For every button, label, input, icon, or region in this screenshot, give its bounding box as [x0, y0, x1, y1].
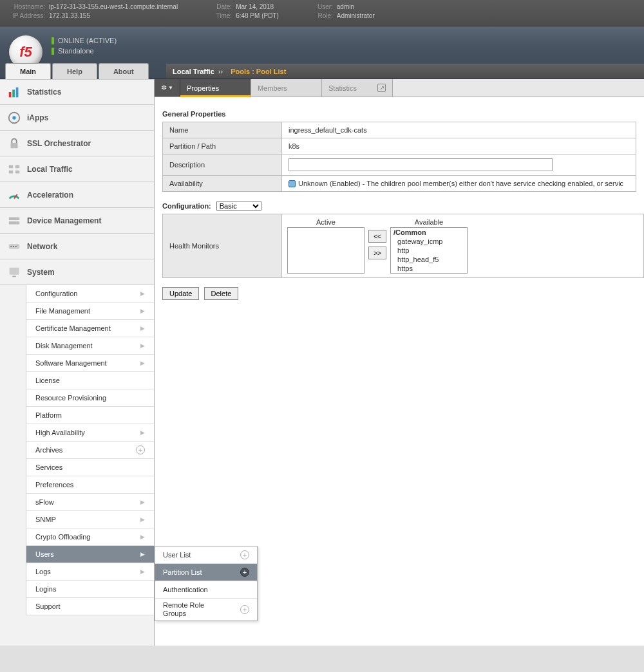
available-monitors-listbox[interactable]: /Common gateway_icmp http http_head_f5 h… [390, 227, 468, 274]
popout-icon[interactable]: ↗ [377, 84, 386, 92]
move-right-button[interactable]: >> [368, 247, 386, 259]
system-sub-software-management[interactable]: Software Management▶ [26, 355, 154, 372]
system-sub-snmp[interactable]: SNMP▶ [26, 511, 154, 528]
monitor-option[interactable]: http_head_f5 [391, 255, 467, 264]
nav-device-management[interactable]: Device Management [0, 208, 154, 234]
monitor-option[interactable]: http [391, 246, 467, 255]
tab-statistics[interactable]: Statistics↗ [322, 79, 393, 97]
svg-point-4 [12, 116, 16, 120]
subitem-label: sFlow [35, 498, 54, 506]
system-sub-platform[interactable]: Platform [26, 407, 154, 424]
nav-statistics[interactable]: Statistics [0, 79, 154, 105]
flyout-remote-role-groups[interactable]: Remote Role Groups + [155, 599, 257, 621]
chevron-right-icon: ▶ [140, 516, 145, 523]
hm-label: Health Monitors [163, 214, 282, 278]
flyout-authentication[interactable]: Authentication [155, 581, 257, 599]
sidebar: Statistics iApps SSL Orchestrator Local … [0, 79, 155, 646]
nav-local-traffic[interactable]: Local Traffic [0, 156, 154, 182]
subitem-label: Disk Management [35, 342, 93, 350]
plus-icon[interactable]: + [136, 445, 145, 454]
subitem-label: Resource Provisioning [35, 394, 106, 402]
monitor-option[interactable]: gateway_icmp [391, 237, 467, 246]
plus-icon[interactable]: + [240, 568, 249, 577]
nav-iapps-label: iApps [27, 113, 48, 122]
breadcrumb: Local Traffic ›› Pools : Pool List [166, 64, 644, 79]
subitem-label: Archives [35, 446, 62, 454]
system-sub-sflow[interactable]: sFlow▶ [26, 494, 154, 511]
plus-icon[interactable]: + [240, 550, 249, 559]
chevron-right-icon: ▶ [140, 342, 145, 349]
system-sub-disk-management[interactable]: Disk Management▶ [26, 337, 154, 355]
flyout-user-list[interactable]: User List + [155, 546, 257, 564]
nav-acceleration[interactable]: Acceleration [0, 182, 154, 208]
nav-statistics-label: Statistics [27, 88, 61, 97]
description-label: Description [163, 154, 282, 176]
nav-ssl-label: SSL Orchestrator [27, 139, 91, 148]
hostname-value: ip-172-31-33-155.eu-west-1.compute.inter… [49, 3, 178, 10]
lock-icon [6, 136, 22, 151]
svg-rect-5 [11, 143, 18, 148]
local-traffic-icon [6, 162, 22, 177]
subitem-label: Support [35, 602, 61, 610]
user-label: User: [311, 3, 333, 12]
system-sub-configuration[interactable]: Configuration▶ [26, 285, 154, 303]
subitem-label: Platform [35, 411, 62, 419]
hostname-label: Hostname: [6, 3, 45, 12]
move-left-button[interactable]: << [368, 230, 386, 243]
monitor-option[interactable]: https [391, 264, 467, 273]
svg-rect-16 [15, 246, 17, 247]
plus-icon[interactable]: + [240, 605, 249, 614]
nav-iapps[interactable]: iApps [0, 105, 154, 131]
description-input[interactable] [289, 158, 553, 171]
configuration-level-select[interactable]: Basic [216, 201, 261, 211]
nav-network[interactable]: Network [0, 234, 154, 259]
logo-text: f5 [19, 44, 32, 61]
breadcrumb-root[interactable]: Local Traffic [173, 68, 214, 75]
date-label: Date: [210, 3, 232, 12]
subitem-label: License [35, 377, 60, 384]
nav-network-label: Network [27, 242, 57, 251]
svg-rect-1 [12, 89, 15, 97]
tab-main[interactable]: Main [5, 63, 51, 79]
nav-system-label: System [27, 268, 55, 277]
breadcrumb-area: Local Traffic ›› Pools : Pool List [166, 26, 644, 79]
system-sub-license[interactable]: License [26, 372, 154, 389]
chevron-right-icon: ▶ [140, 534, 145, 540]
action-buttons: Update Delete [162, 287, 636, 300]
system-sub-high-availability[interactable]: High Availability▶ [26, 424, 154, 442]
nav-system[interactable]: System [0, 259, 154, 285]
configuration-label: Configuration: [162, 202, 211, 210]
svg-rect-17 [10, 267, 19, 274]
system-sub-logins[interactable]: Logins [26, 581, 154, 598]
gear-menu[interactable]: ✲▼ [155, 79, 180, 97]
breadcrumb-leaf[interactable]: Pools : Pool List [231, 68, 286, 75]
tab-members[interactable]: Members [251, 79, 322, 97]
update-button[interactable]: Update [162, 287, 199, 300]
system-sub-services[interactable]: Services [26, 459, 154, 476]
system-sub-archives[interactable]: Archives+ [26, 442, 154, 459]
delete-button[interactable]: Delete [204, 287, 239, 300]
configuration-row: Configuration: Basic [162, 201, 644, 211]
flyout-partition-list[interactable]: Partition List + [155, 564, 257, 581]
system-sub-certificate-management[interactable]: Certificate Management▶ [26, 320, 154, 337]
active-monitors-listbox[interactable] [287, 227, 365, 274]
subitem-label: Users [35, 550, 54, 558]
system-sub-preferences[interactable]: Preferences [26, 476, 154, 494]
system-sub-support[interactable]: Support [26, 598, 154, 615]
time-label: Time: [210, 12, 232, 21]
tab-properties[interactable]: Properties [180, 79, 251, 97]
system-sub-users[interactable]: Users▶ [26, 546, 154, 563]
device-status: ONLINE (ACTIVE) Standalone [52, 35, 117, 56]
nav-ssl-orchestrator[interactable]: SSL Orchestrator [0, 131, 154, 156]
system-sub-crypto-offloading[interactable]: Crypto Offloading▶ [26, 528, 154, 546]
system-sub-resource-provisioning[interactable]: Resource Provisioning [26, 389, 154, 407]
name-value: ingress_default_cdk-cats [282, 122, 636, 138]
system-sub-logs[interactable]: Logs▶ [26, 563, 154, 581]
tab-help[interactable]: Help [52, 63, 97, 79]
flyout-user-list-label: User List [163, 551, 191, 559]
top-status-bar: Hostname:ip-172-31-33-155.eu-west-1.comp… [0, 0, 644, 26]
tab-about[interactable]: About [99, 63, 149, 79]
system-sub-file-management[interactable]: File Management▶ [26, 303, 154, 320]
chevron-right-icon: ▶ [140, 308, 145, 314]
subitem-label: Preferences [35, 481, 73, 489]
